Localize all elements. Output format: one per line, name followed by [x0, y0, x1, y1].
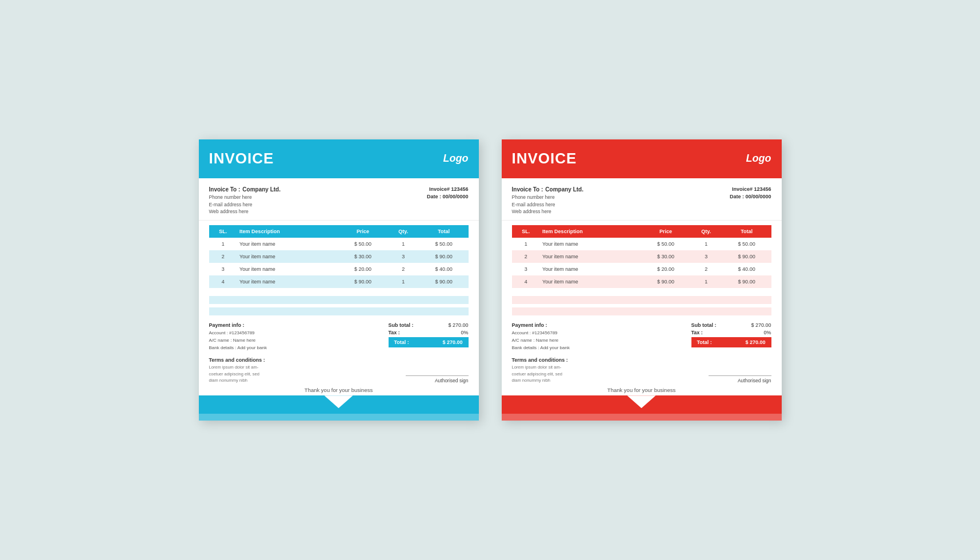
table-row: 1Your item name$ 50.001$ 50.00: [512, 238, 771, 250]
table-body-red: 1Your item name$ 50.001$ 50.002Your item…: [512, 238, 771, 288]
invoice-number-red: 123456: [754, 186, 771, 192]
terms-left-blue: Terms and conditions : Lorem ipsum dolor…: [209, 357, 265, 383]
thank-you-red: Thank you for your business: [502, 383, 782, 395]
subtotal-row-red: Sub total : $ 270.00: [691, 322, 771, 328]
sign-line-red: [709, 375, 771, 376]
footer-stripe-red: [502, 414, 782, 421]
date-label-blue: Date :: [427, 194, 441, 199]
invoice-title-red: INVOICE: [512, 150, 577, 167]
invoice-table-blue: SL. Item Description Price Qty. Total 1Y…: [209, 225, 469, 288]
table-row: 3Your item name$ 20.002$ 40.00: [512, 263, 771, 275]
terms-text-red: Lorem ipsum dolor sit am-coetuer adipisc…: [512, 364, 568, 383]
total-bar-red: Total : $ 270.00: [691, 337, 771, 347]
contact-red: Phone number here E-mail address here We…: [512, 194, 584, 215]
tax-row-blue: Tax : 0%: [389, 330, 469, 335]
spacer-bar2-blue: [209, 307, 469, 315]
company-name-blue: Company Ltd.: [242, 186, 281, 193]
invoice-hash-label-red: Invoice#: [732, 186, 753, 192]
th-qty-blue: Qty.: [387, 225, 419, 238]
invoice-number-blue: 123456: [451, 186, 468, 192]
th-qty-red: Qty.: [690, 225, 722, 238]
payment-details-blue: Account : #123456789 A/C name : Name her…: [209, 330, 267, 351]
payment-label-red: Payment info :: [512, 322, 570, 328]
header-right-red: Logo: [655, 139, 782, 178]
contact-blue: Phone number here E-mail address here We…: [209, 194, 281, 215]
spacer-bar1-blue: [209, 296, 469, 304]
subtotal-row-blue: Sub total : $ 270.00: [389, 322, 469, 328]
table-header-blue: SL. Item Description Price Qty. Total: [209, 225, 469, 238]
table-header-red: SL. Item Description Price Qty. Total: [512, 225, 771, 238]
invoice-to-label-red: Invoice To :: [512, 186, 543, 193]
payment-info-red: Payment info : Account : #123456789 A/C …: [512, 322, 570, 351]
table-row: 2Your item name$ 30.003$ 90.00: [512, 250, 771, 263]
payment-section-blue: Payment info : Account : #123456789 A/C …: [199, 319, 479, 355]
terms-section-red: Terms and conditions : Lorem ipsum dolor…: [502, 355, 782, 383]
spacer-bar1-red: [512, 296, 771, 304]
totals-red: Sub total : $ 270.00 Tax : 0% Total : $ …: [691, 322, 771, 347]
footer-inner-blue: [199, 395, 479, 421]
invoice-meta-blue: Invoice# 123456 Date : 00/00/0000: [427, 186, 469, 215]
th-sl-red: SL.: [512, 225, 541, 238]
invoice-title-blue: INVOICE: [209, 150, 274, 167]
sign-line-blue: [406, 375, 469, 376]
spacer-bar2-red: [512, 307, 771, 315]
header-left-blue: INVOICE: [199, 139, 353, 178]
header-right-blue: Logo: [353, 139, 479, 178]
th-sl-blue: SL.: [209, 225, 238, 238]
terms-text-blue: Lorem ipsum dolor sit am-coetuer adipisc…: [209, 364, 265, 383]
totals-blue: Sub total : $ 270.00 Tax : 0% Total : $ …: [389, 322, 469, 347]
invoice-header-blue: INVOICE Logo: [199, 139, 479, 178]
table-row: 1Your item name$ 50.001$ 50.00: [209, 238, 469, 250]
invoice-header-red: INVOICE Logo: [502, 139, 782, 178]
date-value-blue: 00/00/0000: [442, 194, 468, 199]
spacer-blue: [209, 296, 469, 315]
invoice-meta-red: Invoice# 123456 Date : 00/00/0000: [730, 186, 771, 215]
terms-section-blue: Terms and conditions : Lorem ipsum dolor…: [199, 355, 479, 383]
footer-chevron-blue: [325, 395, 353, 408]
payment-section-red: Payment info : Account : #123456789 A/C …: [502, 319, 782, 355]
terms-left-red: Terms and conditions : Lorem ipsum dolor…: [512, 357, 568, 383]
th-price-blue: Price: [338, 225, 387, 238]
tax-row-red: Tax : 0%: [691, 330, 771, 335]
table-row: 4Your item name$ 90.001$ 90.00: [209, 275, 469, 288]
footer-blue: [199, 395, 479, 421]
invoice-red: INVOICE Logo Invoice To : Company Ltd. P…: [502, 139, 782, 421]
total-bar-blue: Total : $ 270.00: [389, 337, 469, 347]
invoice-hash-label-blue: Invoice#: [429, 186, 450, 192]
payment-info-blue: Payment info : Account : #123456789 A/C …: [209, 322, 267, 351]
spacer-red: [512, 296, 771, 315]
invoice-to-section-blue: Invoice To : Company Ltd. Phone number h…: [209, 186, 281, 215]
authorised-sign-red: Authorised sign: [709, 375, 771, 383]
company-name-red: Company Ltd.: [545, 186, 583, 193]
invoice-to-section-red: Invoice To : Company Ltd. Phone number h…: [512, 186, 584, 215]
invoice-blue: INVOICE Logo Invoice To : Company Ltd. P…: [199, 139, 479, 421]
header-left-red: INVOICE: [502, 139, 656, 178]
th-price-red: Price: [641, 225, 690, 238]
table-body-blue: 1Your item name$ 50.001$ 50.002Your item…: [209, 238, 469, 288]
date-value-red: 00/00/0000: [745, 194, 771, 199]
logo-blue: Logo: [443, 153, 469, 165]
thank-you-blue: Thank you for your business: [199, 383, 479, 395]
authorised-sign-blue: Authorised sign: [406, 375, 469, 383]
payment-details-red: Account : #123456789 A/C name : Name her…: [512, 330, 570, 351]
table-row: 4Your item name$ 90.001$ 90.00: [512, 275, 771, 288]
invoice-to-label-blue: Invoice To :: [209, 186, 241, 193]
footer-inner-red: [502, 395, 782, 421]
footer-red: [502, 395, 782, 421]
th-total-red: Total: [722, 225, 771, 238]
invoice-info-red: Invoice To : Company Ltd. Phone number h…: [502, 178, 782, 221]
table-row: 3Your item name$ 20.002$ 40.00: [209, 263, 469, 275]
invoice-info-blue: Invoice To : Company Ltd. Phone number h…: [199, 178, 479, 221]
logo-red: Logo: [746, 153, 771, 165]
th-desc-red: Item Description: [540, 225, 641, 238]
date-label-red: Date :: [730, 194, 744, 199]
th-desc-blue: Item Description: [237, 225, 338, 238]
th-total-blue: Total: [419, 225, 469, 238]
table-row: 2Your item name$ 30.003$ 90.00: [209, 250, 469, 263]
footer-stripe-blue: [199, 414, 479, 421]
invoice-table-red: SL. Item Description Price Qty. Total 1Y…: [512, 225, 771, 288]
footer-chevron-red: [627, 395, 656, 408]
payment-label-blue: Payment info :: [209, 322, 267, 328]
